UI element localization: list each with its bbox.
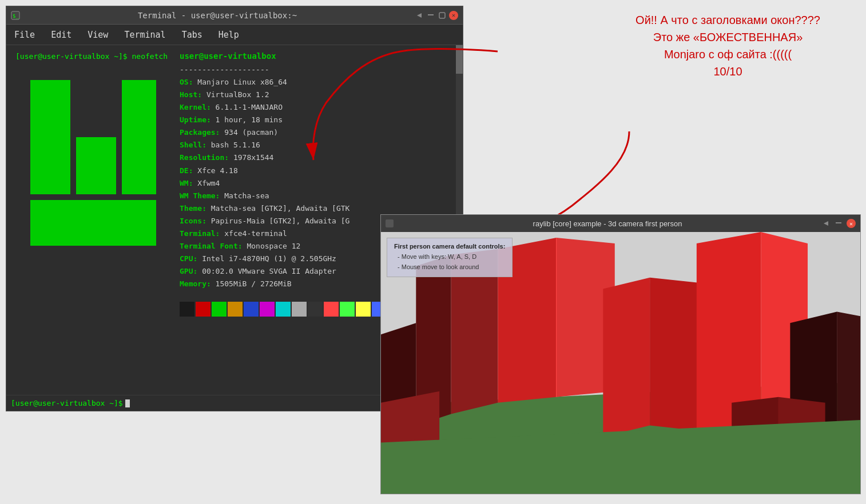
swatch-gray [292,302,307,317]
raylib-content: First person camera default controls: - … [381,232,860,494]
neofetch-prompt: [user@user-virtualbox ~]$ neofetch [11,50,175,63]
svg-rect-9 [836,222,841,223]
svg-rect-2 [428,14,434,15]
controls-title: First person camera default controls: [394,243,505,250]
info-user: user@user-virtualbox [180,51,276,61]
svg-rect-6 [122,80,156,194]
raylib-title: raylib [core] example - 3d camera first … [398,219,817,228]
control-mouse: - Mouse move to look around [398,262,505,273]
menu-terminal[interactable]: Terminal [121,27,169,42]
raylib-window-icon [386,219,394,227]
raylib-titlebar: raylib [core] example - 3d camera first … [381,215,860,232]
control-wasd: - Move with keys: W, A, S, D [398,252,505,262]
annotation-block: Ой!! А что с заголовками окон???? Это же… [635,11,820,80]
svg-rect-7 [30,200,156,246]
raylib-minimize-icon[interactable] [821,219,831,228]
terminal-left-panel: [user@user-virtualbox ~]$ neofetch [6,45,175,395]
swatch-yellow-dark [228,302,243,317]
annotation-line3: Monjaro с оф сайта :((((( [635,46,820,63]
prompt-text: [user@user-virtualbox ~]$ [11,399,123,407]
svg-rect-3 [439,13,445,18]
neofetch-art [11,63,175,395]
info-separator: -------------------- [180,65,269,74]
cursor [125,399,130,407]
svg-rect-4 [30,80,70,194]
menu-edit[interactable]: Edit [47,27,75,42]
scrollbar-thumb[interactable] [456,45,463,74]
swatch-cyan [276,302,291,317]
info-uptime: Uptime: 1 hour, 18 mins [180,114,451,126]
menu-help[interactable]: Help [215,27,243,42]
terminal-title: Terminal - user@user-virtualbox:~ [20,11,415,20]
menu-file[interactable]: File [11,27,38,42]
3d-scene: First person camera default controls: - … [381,232,860,494]
info-shell: Shell: bash 5.1.16 [180,139,451,151]
terminal-icon: $_ [11,11,20,20]
info-wm: WM: Xfwm4 [180,177,451,190]
swatch-magenta [260,302,275,317]
terminal-titlebar: $_ Terminal - user@user-virtualbox:~ ✕ [6,6,463,25]
swatch-dark-gray [308,302,323,317]
terminal-menubar: File Edit View Terminal Tabs Help [6,25,463,45]
info-de: DE: Xfce 4.18 [180,165,451,177]
info-os: OS: Manjaro Linux x86_64 [180,76,451,89]
raylib-close-button[interactable]: ✕ [847,219,856,228]
controls-overlay: First person camera default controls: - … [387,238,513,277]
manjaro-logo-art [25,74,162,326]
annotation-line4: 10/10 [635,63,820,80]
raylib-window[interactable]: raylib [core] example - 3d camera first … [380,214,861,494]
info-resolution: Resolution: 1978x1544 [180,151,451,164]
svg-text:$_: $_ [13,13,19,19]
svg-marker-16 [650,278,702,431]
close-button[interactable]: ✕ [449,11,458,20]
swatch-green [212,302,227,317]
menu-tabs[interactable]: Tabs [178,27,206,42]
raylib-maximize-icon[interactable] [834,219,843,228]
info-kernel: Kernel: 6.1.1-1-MANJARO [180,101,451,114]
swatch-bright-yellow [356,302,371,317]
swatch-blue [244,302,259,317]
svg-marker-15 [603,278,650,437]
swatch-bright-green [340,302,355,317]
info-theme: Theme: Matcha-sea [GTK2], Adwaita [GTK [180,202,451,215]
swatch-black [180,302,194,317]
info-packages: Packages: 934 (pacman) [180,126,451,139]
annotation-line1: Ой!! А что с заголовками окон???? [635,11,820,29]
info-host: Host: VirtualBox 1.2 [180,89,451,101]
window-controls: ✕ [415,11,458,20]
svg-rect-5 [76,137,116,194]
raylib-controls: ✕ [821,219,856,228]
swatch-bright-red [324,302,339,317]
menu-view[interactable]: View [84,27,112,42]
swatch-red [196,302,210,317]
annotation-line2: Это же «БОЖЕСТВЕННАЯ» [635,29,820,46]
info-wm-theme: WM Theme: Matcha-sea [180,190,451,202]
